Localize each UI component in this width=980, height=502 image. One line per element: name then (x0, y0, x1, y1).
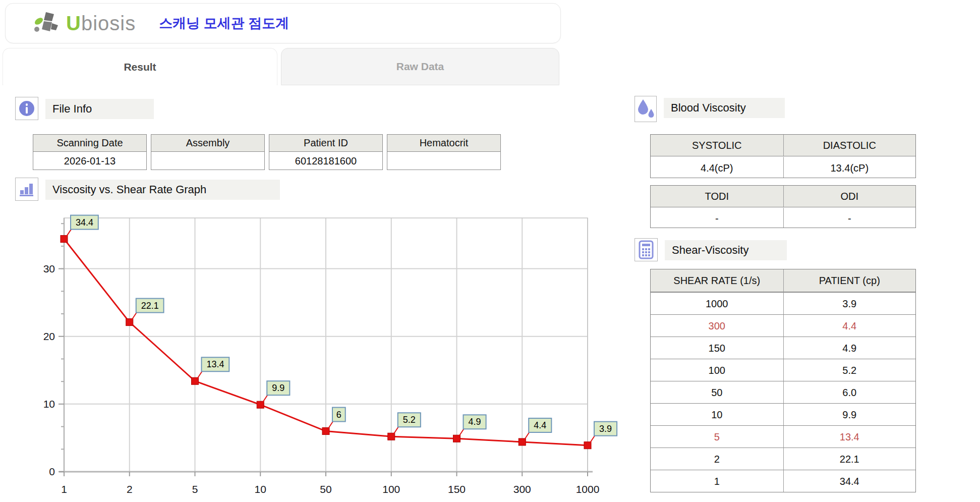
tab-result[interactable]: Result (3, 48, 277, 85)
shear-table-row: 109.9 (651, 403, 915, 425)
field-value: 60128181600 (269, 152, 382, 170)
ubiosis-logo: Ubiosis (32, 10, 136, 36)
shear-table-row: 3004.4 (651, 314, 915, 337)
svg-text:10: 10 (255, 483, 266, 495)
shear-rate-cell: 100 (651, 359, 783, 381)
patient-cell: 6.0 (783, 381, 916, 403)
svg-text:1000: 1000 (576, 483, 600, 495)
patient-cell: 34.4 (783, 470, 916, 492)
file-info-box-assembly: Assembly (151, 134, 265, 170)
field-label: Assembly (151, 135, 264, 152)
svg-text:0: 0 (49, 466, 55, 477)
svg-text:5.2: 5.2 (403, 415, 416, 425)
field-label: Hematocrit (387, 135, 500, 152)
shear-rate-cell: 5 (651, 425, 783, 448)
shear-viscosity-section-header: Shear-Viscosity (635, 238, 787, 261)
header-bar: Ubiosis 스캐닝 모세관 점도계 (5, 3, 561, 43)
blood-viscosity-title: Blood Viscosity (664, 98, 785, 118)
graph-section-header: Viscosity vs. Shear Rate Graph (15, 178, 280, 201)
svg-text:6: 6 (336, 410, 341, 420)
svg-text:34.4: 34.4 (76, 217, 93, 228)
file-info-box-scanning-date: Scanning Date2026-01-13 (33, 134, 147, 170)
shear-rate-cell: 300 (651, 314, 783, 337)
patient-column-header: PATIENT (cp) (783, 269, 916, 292)
logo-wordmark: Ubiosis (66, 12, 136, 35)
blood-viscosity-section-header: Blood Viscosity (635, 96, 785, 122)
svg-text:50: 50 (320, 483, 331, 495)
shear-table-row: 513.4 (651, 425, 915, 448)
svg-text:1: 1 (61, 483, 67, 495)
odi-header: ODI (783, 186, 916, 207)
field-value (151, 152, 264, 170)
tab-raw-data[interactable]: Raw Data (281, 48, 559, 85)
file-info-title: File Info (45, 99, 154, 119)
patient-cell: 9.9 (783, 403, 916, 425)
svg-text:300: 300 (513, 483, 531, 495)
odi-value: - (783, 207, 916, 228)
svg-text:30: 30 (43, 263, 55, 274)
shear-rate-cell: 50 (651, 381, 783, 403)
diastolic-header: DIASTOLIC (783, 135, 916, 156)
diastolic-value: 13.4(cP) (783, 156, 916, 178)
svg-text:9.9: 9.9 (272, 383, 284, 393)
svg-text:20: 20 (43, 330, 55, 342)
todi-value: - (651, 207, 783, 228)
shear-table-row: 1504.9 (651, 337, 915, 359)
file-info-box-patient-id: Patient ID60128181600 (269, 134, 383, 170)
systolic-value: 4.4(cP) (651, 156, 783, 178)
blood-viscosity-table: SYSTOLIC DIASTOLIC 4.4(cP) 13.4(cP) (650, 134, 916, 178)
ubiosis-leaf-icon (32, 10, 64, 36)
shear-viscosity-title: Shear-Viscosity (665, 240, 787, 260)
svg-text:22.1: 22.1 (141, 301, 159, 311)
svg-text:2: 2 (127, 483, 133, 495)
shear-rate-cell: 10 (651, 403, 783, 425)
bar-chart-icon (15, 178, 38, 201)
app-title: 스캐닝 모세관 점도계 (159, 14, 289, 32)
svg-text:3.9: 3.9 (599, 424, 612, 434)
info-icon (15, 97, 38, 120)
graph-title: Viscosity vs. Shear Rate Graph (45, 180, 280, 200)
svg-text:100: 100 (382, 483, 400, 495)
shear-viscosity-table: SHEAR RATE (1/s) PATIENT (cp) 10003.9300… (650, 269, 916, 492)
field-label: Patient ID (269, 135, 382, 152)
svg-text:5: 5 (192, 483, 198, 495)
field-value (387, 152, 500, 170)
shear-table-row: 134.4 (651, 470, 915, 492)
todi-odi-table: TODI ODI - - (650, 185, 916, 228)
field-label: Scanning Date (33, 135, 146, 152)
shear-table-row: 222.1 (651, 448, 915, 470)
svg-text:4.9: 4.9 (469, 417, 481, 427)
patient-cell: 22.1 (783, 448, 916, 470)
systolic-header: SYSTOLIC (651, 135, 783, 156)
shear-table-row: 10003.9 (651, 292, 915, 314)
patient-cell: 13.4 (783, 425, 916, 448)
patient-cell: 5.2 (783, 359, 916, 381)
shear-rate-column-header: SHEAR RATE (1/s) (651, 269, 783, 292)
patient-cell: 4.4 (783, 314, 916, 337)
svg-text:4.4: 4.4 (534, 420, 546, 430)
field-value: 2026-01-13 (33, 152, 146, 170)
todi-header: TODI (651, 186, 783, 207)
shear-rate-cell: 2 (651, 448, 783, 470)
svg-text:150: 150 (448, 483, 466, 495)
shear-table-row: 1005.2 (651, 359, 915, 381)
shear-table-row: 506.0 (651, 381, 915, 403)
shear-rate-cell: 1000 (651, 292, 783, 314)
blood-drop-icon (635, 96, 657, 122)
patient-cell: 3.9 (783, 292, 916, 314)
shear-rate-cell: 1 (651, 470, 783, 492)
shear-rate-cell: 150 (651, 337, 783, 359)
file-info-box-hematocrit: Hematocrit (387, 134, 501, 170)
patient-cell: 4.9 (783, 337, 916, 359)
calculator-icon (635, 238, 658, 261)
file-info-section-header: File Info (15, 97, 154, 120)
svg-text:10: 10 (43, 398, 55, 410)
viscosity-shear-rate-chart: 01020301251050100150300100034.422.113.49… (0, 209, 630, 502)
svg-text:13.4: 13.4 (206, 359, 224, 369)
